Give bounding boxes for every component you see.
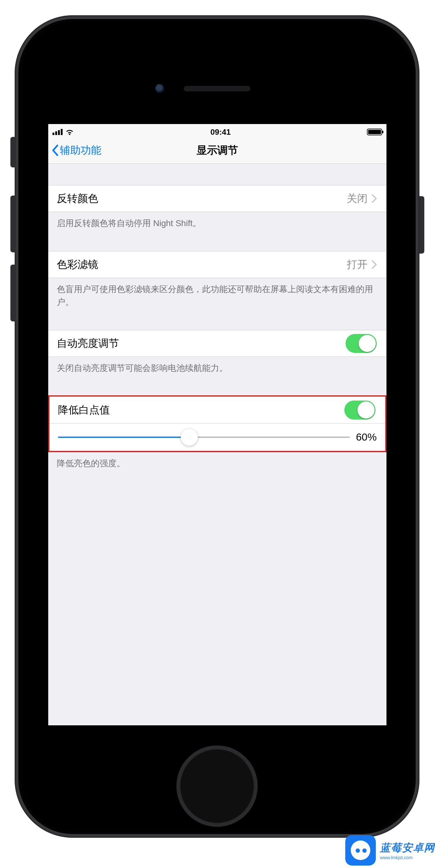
home-button[interactable] (176, 745, 258, 827)
battery-icon (367, 129, 382, 135)
chevron-right-icon (372, 194, 377, 203)
status-time: 09:41 (210, 127, 231, 137)
footnote-invert: 启用反转颜色将自动停用 Night Shift。 (48, 212, 387, 230)
volume-up-button (10, 195, 15, 252)
row-auto-brightness: 自动亮度调节 (48, 330, 387, 357)
nav-bar: 辅助功能 显示调节 (48, 137, 387, 164)
slider-thumb[interactable] (181, 429, 198, 446)
status-bar: 09:41 (48, 124, 387, 137)
reduce-white-point-toggle[interactable] (344, 401, 375, 420)
footnote-white: 降低亮色的强度。 (48, 452, 387, 470)
chevron-left-icon (51, 144, 59, 156)
chevron-right-icon (372, 260, 377, 269)
front-camera (155, 84, 164, 93)
row-label: 自动亮度调节 (57, 336, 119, 350)
cellular-icon (53, 129, 63, 135)
volume-down-button (10, 265, 15, 321)
watermark-url: www.lmkjst.com (380, 855, 435, 860)
footnote-auto: 关闭自动亮度调节可能会影响电池续航能力。 (48, 357, 387, 375)
row-label: 反转颜色 (57, 192, 98, 206)
screen: 09:41 辅助功能 显示调节 反转颜色 关闭 启用反转颜色将自动停用 Nigh… (48, 124, 387, 725)
row-value: 关闭 (347, 192, 368, 206)
row-color-filter[interactable]: 色彩滤镜 打开 (48, 251, 387, 278)
slider-value: 60% (356, 431, 377, 443)
row-label: 降低白点值 (58, 403, 110, 417)
watermark-icon (345, 835, 376, 866)
row-label: 色彩滤镜 (57, 257, 98, 272)
power-button (420, 196, 424, 254)
row-invert-colors[interactable]: 反转颜色 关闭 (48, 185, 387, 212)
back-button[interactable]: 辅助功能 (51, 137, 101, 163)
back-label: 辅助功能 (60, 143, 101, 157)
row-value: 打开 (347, 257, 368, 272)
footnote-filter: 色盲用户可使用色彩滤镜来区分颜色，此功能还可帮助在屏幕上阅读文本有困难的用户。 (48, 278, 387, 309)
wifi-icon (65, 129, 74, 135)
highlighted-group: 降低白点值 60% (48, 395, 387, 452)
speaker-grille (184, 86, 250, 91)
mute-switch (10, 137, 15, 167)
watermark: 蓝莓安卓网 www.lmkjst.com (345, 835, 435, 866)
watermark-name: 蓝莓安卓网 (380, 841, 435, 855)
auto-brightness-toggle[interactable] (345, 334, 377, 353)
page-title: 显示调节 (197, 143, 238, 157)
row-reduce-white-point: 降低白点值 (49, 397, 385, 424)
row-white-point-slider: 60% (49, 424, 385, 451)
white-point-slider[interactable] (58, 437, 350, 438)
